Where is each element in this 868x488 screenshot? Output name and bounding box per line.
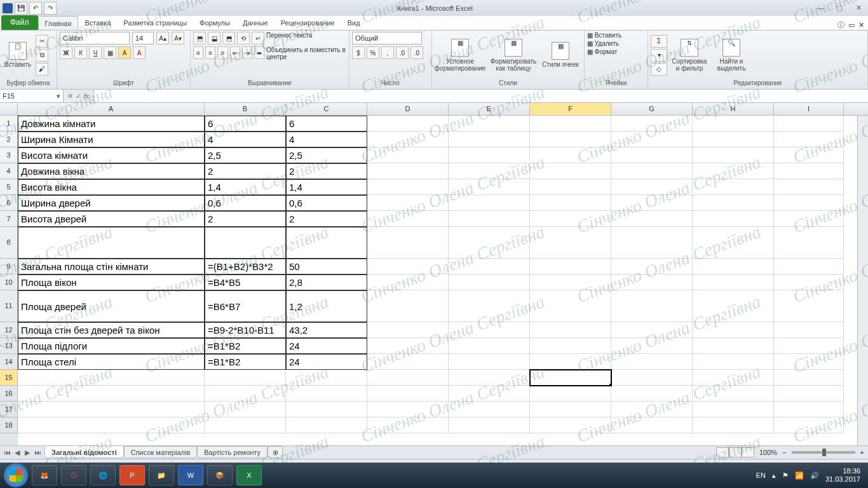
cell[interactable] <box>611 259 693 274</box>
cell[interactable]: 2 <box>205 163 286 179</box>
cell[interactable] <box>530 227 611 259</box>
cell[interactable] <box>530 147 611 163</box>
cell[interactable] <box>774 354 844 370</box>
cell[interactable] <box>611 274 693 290</box>
cell[interactable]: Площа дверей <box>18 290 205 322</box>
cell[interactable] <box>611 163 693 179</box>
cell[interactable]: 1,2 <box>286 290 367 322</box>
col-header[interactable]: G <box>611 103 693 115</box>
sort-filter-button[interactable]: ⇅Сортировка и фильтр <box>670 39 709 72</box>
cell[interactable] <box>367 322 449 338</box>
cell[interactable] <box>774 370 844 386</box>
dec-decimal-icon[interactable]: .0 <box>410 46 423 59</box>
cell[interactable] <box>449 179 530 195</box>
cell[interactable]: 1,4 <box>286 179 367 195</box>
cell[interactable] <box>286 386 367 402</box>
task-icon[interactable]: P <box>119 465 145 485</box>
cell[interactable] <box>774 417 844 433</box>
row-header[interactable]: 6 <box>0 195 18 211</box>
cell[interactable] <box>530 132 611 147</box>
shrink-font-icon[interactable]: A▾ <box>172 32 184 44</box>
cell[interactable] <box>367 386 449 402</box>
cell[interactable] <box>774 274 844 290</box>
cell[interactable]: =B9-2*B10-B11 <box>205 322 286 338</box>
cell[interactable] <box>774 290 844 322</box>
align-middle-icon[interactable]: ⬓ <box>208 32 220 44</box>
col-header[interactable]: I <box>774 103 844 115</box>
cell[interactable]: Ширина Кімнати <box>18 132 205 147</box>
cell[interactable]: 0,6 <box>286 195 367 211</box>
task-icon[interactable]: 📦 <box>207 465 233 485</box>
cell[interactable] <box>449 147 530 163</box>
cell[interactable] <box>449 370 530 386</box>
paste-button[interactable]: 📋Вставить <box>3 42 33 68</box>
row-header[interactable]: 10 <box>0 274 18 290</box>
cell[interactable] <box>611 354 693 370</box>
cell[interactable] <box>449 227 530 259</box>
cell[interactable] <box>18 227 205 259</box>
align-center-icon[interactable]: ≡ <box>205 46 215 59</box>
cell[interactable] <box>205 370 286 386</box>
cell[interactable] <box>367 402 449 417</box>
cell[interactable] <box>449 322 530 338</box>
clock[interactable]: 18:36 31.03.2017 <box>825 467 864 484</box>
cell[interactable] <box>449 417 530 433</box>
cell[interactable] <box>611 147 693 163</box>
row-header[interactable]: 2 <box>0 132 18 147</box>
redo-icon[interactable]: ↷ <box>44 2 57 15</box>
cell[interactable]: 6 <box>205 116 286 132</box>
tab-file[interactable]: Файл <box>1 15 38 30</box>
new-sheet-icon[interactable]: ⊕ <box>268 446 283 458</box>
number-format-combo[interactable]: Общий <box>352 32 422 44</box>
tab-home[interactable]: Главная <box>38 16 79 30</box>
cell[interactable] <box>449 132 530 147</box>
cell[interactable] <box>449 259 530 274</box>
cell[interactable]: 6 <box>286 116 367 132</box>
cell[interactable] <box>774 386 844 402</box>
cell[interactable] <box>774 195 844 211</box>
cell[interactable] <box>774 211 844 227</box>
sheet-tab[interactable]: Вартість ремонту <box>197 446 268 458</box>
cell[interactable] <box>774 338 844 354</box>
cell[interactable] <box>693 386 774 402</box>
cell[interactable]: 2,5 <box>205 147 286 163</box>
cell[interactable] <box>367 195 449 211</box>
cell[interactable] <box>693 338 774 354</box>
help-icon[interactable]: ⓘ <box>837 20 844 30</box>
cell[interactable] <box>367 179 449 195</box>
cell[interactable]: 0,6 <box>205 195 286 211</box>
minimize-ribbon-icon[interactable]: ▭ <box>848 21 855 29</box>
cell[interactable]: 43,2 <box>286 322 367 338</box>
cell[interactable] <box>367 370 449 386</box>
zoom-level[interactable]: 100% <box>759 449 777 456</box>
format-table-button[interactable]: ▦Форматировать как таблицу <box>488 39 539 72</box>
wrap-text-icon[interactable]: ↵ <box>252 32 264 44</box>
comma-icon[interactable]: , <box>381 46 394 59</box>
cell[interactable] <box>18 386 205 402</box>
cell[interactable] <box>611 195 693 211</box>
orientation-icon[interactable]: ⟲ <box>237 32 250 44</box>
cell[interactable] <box>693 132 774 147</box>
cell[interactable] <box>449 402 530 417</box>
cell[interactable] <box>449 338 530 354</box>
cell[interactable] <box>693 322 774 338</box>
task-icon[interactable]: 🌐 <box>90 465 116 485</box>
find-select-button[interactable]: 🔍Найти и выделить <box>712 39 751 72</box>
cell[interactable] <box>611 179 693 195</box>
page-layout-icon[interactable] <box>729 447 742 458</box>
cell[interactable] <box>693 195 774 211</box>
inc-decimal-icon[interactable]: .0 <box>396 46 409 59</box>
cell[interactable] <box>611 290 693 322</box>
lang-indicator[interactable]: EN <box>756 471 766 479</box>
cell[interactable]: =B1*B2 <box>205 338 286 354</box>
cell[interactable]: 2,8 <box>286 274 367 290</box>
cell[interactable] <box>205 417 286 433</box>
cell[interactable] <box>530 195 611 211</box>
indent-dec-icon[interactable]: ⇤ <box>230 46 240 59</box>
row-header[interactable]: 17 <box>0 402 18 417</box>
task-icon[interactable]: X <box>236 465 262 485</box>
cell[interactable]: Висота кімнати <box>18 147 205 163</box>
cell[interactable] <box>611 116 693 132</box>
cell[interactable] <box>286 227 367 259</box>
cell[interactable] <box>286 417 367 433</box>
